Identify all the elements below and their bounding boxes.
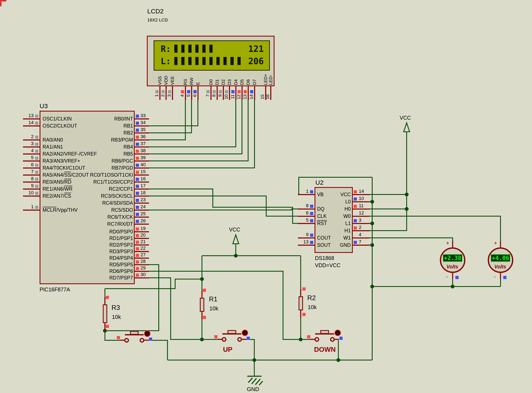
r2-name: R2 [307, 294, 316, 302]
resistor-r2[interactable] [299, 296, 303, 310]
r2-state-square-top [302, 287, 306, 290]
button-terminal[interactable] [222, 337, 226, 342]
resistor-r3[interactable] [103, 304, 107, 323]
button-body[interactable] [320, 330, 329, 334]
pin-stub [135, 153, 149, 155]
pin-state-square [35, 115, 38, 118]
lcd-pin-state-square [181, 90, 184, 93]
button-terminal[interactable] [237, 337, 242, 342]
voltmeter-2-plus: + [494, 240, 497, 246]
gnd-symbol-icon[interactable] [247, 376, 263, 385]
pin-stub [135, 118, 149, 119]
pin-number: 3 [359, 217, 361, 223]
button-actuator-icon[interactable]: ↕ [144, 330, 151, 337]
pin-stub [23, 147, 40, 147]
pin-number: 30 [141, 272, 146, 277]
wire-btn1-right[interactable] [142, 340, 167, 360]
button-terminal[interactable] [330, 337, 335, 342]
button-body[interactable] [227, 330, 236, 334]
wire-lcd-d7-rb7[interactable] [149, 97, 255, 168]
wire-lcd-d6-rb6[interactable] [149, 97, 248, 161]
vcc-arrow-icon[interactable] [404, 123, 410, 132]
lcd-pin-number: 16 [265, 94, 270, 105]
pin-state-square [136, 254, 139, 257]
pin-name: W0 [281, 213, 351, 219]
lcd-pin-label-D5: D5 [239, 63, 245, 85]
wire-rc5-dq[interactable] [149, 209, 298, 210]
lcd-pin-D7[interactable] [254, 86, 255, 100]
pin-number: 24 [141, 204, 146, 210]
wire-rd6[interactable] [149, 271, 301, 339]
pin-number: 26 [141, 218, 146, 224]
pin-number: 39 [141, 155, 146, 161]
lcd-pin-state-square [237, 90, 241, 93]
pin-number: 6 [21, 162, 34, 167]
lcd-bar [174, 45, 177, 53]
pin-stub [353, 230, 369, 231]
lcd-pin-label-D6: D6 [245, 63, 251, 85]
wire-w1-vm1[interactable] [369, 238, 453, 241]
pin-stub [23, 188, 40, 190]
pin-name: RB6/PGC [63, 158, 133, 164]
pin-name: L1 [281, 221, 351, 226]
lcd-pin-label-RW: RW [189, 63, 194, 85]
pin-name: GND [281, 242, 351, 248]
pin-stub [23, 139, 40, 141]
pin-number: 2 [359, 225, 361, 230]
lcd-pin-number: 5 [186, 94, 191, 105]
pin-name: RC1/T1OSI/CCP2 [63, 179, 133, 185]
button-terminal[interactable] [140, 338, 144, 343]
pin-name: W1 [281, 235, 351, 241]
pin-name: RB5 [63, 151, 133, 157]
pin-number: 21 [141, 239, 146, 244]
pin-state-square [136, 206, 139, 209]
wire-rc3-clk[interactable] [149, 196, 298, 216]
pin-number: 5 [21, 155, 34, 161]
wire-rc2-rst[interactable] [149, 189, 298, 223]
pin-number: 10 [21, 190, 34, 196]
vcc2-arrow-icon[interactable] [233, 235, 239, 244]
pin-stub [353, 208, 369, 210]
pin-state-square [35, 157, 38, 160]
button-actuator-icon[interactable]: ↕ [242, 330, 248, 336]
pin-number: 19 [141, 226, 146, 231]
button-terminal[interactable] [124, 338, 129, 343]
button-body[interactable] [130, 331, 139, 335]
lcd-pin-label-D2: D2 [221, 63, 226, 85]
resistor-r1[interactable] [200, 298, 204, 312]
lcd-pin-label-LED-: LED- [268, 63, 273, 85]
button-stub [334, 339, 339, 340]
lcd-pin-label-D0: D0 [208, 63, 214, 85]
pin-number: 29 [141, 265, 146, 271]
r1-state-square-top [203, 289, 206, 292]
lcd-line1-prefix: R: [161, 44, 171, 54]
wire-up-right-gnd[interactable] [240, 339, 254, 376]
lcd-pin-label-D1: D1 [214, 63, 220, 85]
pin-number: 15 [141, 169, 146, 175]
button-terminal[interactable] [315, 337, 319, 342]
pin-number: 3 [21, 141, 34, 147]
pin-number: 14 [359, 188, 364, 194]
lcd-pin-state-square [219, 90, 222, 93]
pin-name: H0 [281, 206, 351, 212]
pin-stub [135, 175, 149, 176]
r2-state-square-bottom [302, 313, 306, 316]
pin-number: 12 [359, 210, 364, 216]
voltmeter-2-unit: Volts [494, 264, 506, 270]
pin-name: RA0/AN0 [43, 137, 63, 143]
lcd-pin-LED-[interactable] [270, 86, 271, 100]
lcd-pin-number: 11 [230, 94, 235, 105]
u2-note: VDD=VCC [315, 262, 341, 268]
pin-stub [135, 182, 149, 182]
pin-number: 4 [21, 148, 34, 153]
pin-state-square [136, 136, 139, 139]
pin-state-square [354, 219, 357, 222]
lcd-pin-VEE[interactable] [172, 86, 173, 100]
lcd-bar [195, 45, 199, 53]
pin-name: RD0/PSP0 [63, 229, 133, 235]
pin-stub [135, 139, 149, 141]
wire-w0-vm2[interactable] [369, 216, 501, 241]
pin-stub [23, 161, 40, 162]
lcd-pin-E[interactable] [197, 86, 199, 100]
button-actuator-icon[interactable]: ↕ [335, 330, 341, 336]
